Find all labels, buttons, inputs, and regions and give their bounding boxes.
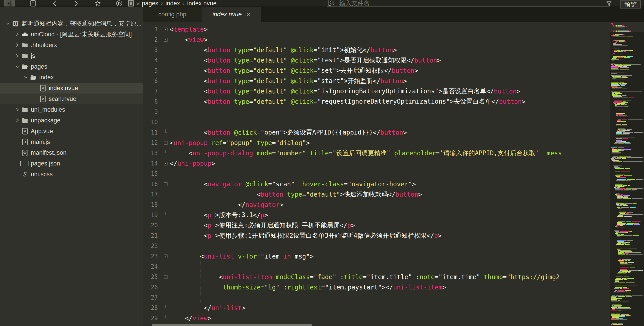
breadcrumb-index-nvue[interactable]: index.nvue — [187, 0, 217, 7]
sidebar-item-manifest.json[interactable]: manifest.json — [0, 147, 143, 158]
sidebar-item-.hbuilderx[interactable]: .hbuilderx — [0, 40, 143, 50]
chevron-right-icon[interactable] — [14, 32, 21, 37]
code-line-19[interactable]: 19└ <p >版本号:3.1</p> — [143, 210, 610, 220]
code-line-10[interactable]: 10 — [143, 117, 610, 127]
code-line-22[interactable]: 22 — [143, 241, 610, 251]
code-line-23[interactable]: 23 <uni-list v-for="item in msg"> — [143, 251, 610, 261]
minimap-line — [626, 221, 631, 221]
preview-button[interactable]: 预览 — [620, 0, 641, 8]
code-line-9[interactable]: 9 — [143, 107, 610, 117]
breadcrumb-pages[interactable]: pages — [142, 0, 158, 7]
filter-icon[interactable] — [605, 0, 613, 7]
folder-icon — [21, 53, 29, 59]
chevron-right-icon[interactable] — [14, 53, 21, 58]
sidebar-item-index.nvue[interactable]: Vindex.nvue — [0, 83, 143, 94]
forward-button[interactable] — [72, 0, 80, 6]
sidebar-item-unicloud---[interactable]: uniCloud - [阿里云:未关联云服务空间] — [0, 29, 143, 40]
run-button[interactable] — [116, 0, 123, 6]
code-line-20[interactable]: 20 <p >使用注意:必须开启通知权限 手机不能黑屏</p> — [143, 220, 610, 230]
sidebar-item-unpackage[interactable]: unpackage — [0, 115, 143, 126]
code-line-3[interactable]: 3 <button type="default" @click="init">初… — [143, 45, 610, 55]
sidebar-item-app.vue[interactable]: VApp.vue — [0, 126, 143, 137]
sidebar-item--...[interactable]: 监听通知栏内容，获取通知栏消息，安卓原... — [0, 18, 143, 29]
chevron-down-icon[interactable] — [22, 75, 30, 80]
save-button[interactable] — [29, 0, 37, 6]
fold-toggle-icon[interactable] — [161, 138, 170, 148]
sidebar-item-js[interactable]: js — [0, 50, 143, 61]
minimap-line — [613, 77, 622, 78]
sidebar-item-pages[interactable]: pages — [0, 61, 143, 72]
sidebar-item-scan.nvue[interactable]: Vscan.nvue — [0, 94, 143, 104]
code-line-11[interactable]: 11└ <button @click="open">必须设置APPID({{ap… — [143, 127, 610, 138]
sidebar-item-uni.scss[interactable]: Suni.scss — [0, 169, 143, 179]
code-editor[interactable]: 1<template>2 <view>3 <button type="defau… — [143, 22, 644, 326]
code-line-5[interactable]: 5 <button type="default" @click="set">去开… — [143, 65, 610, 76]
line-number: 17 — [143, 189, 161, 199]
fold-toggle-icon[interactable] — [161, 158, 170, 168]
code-line-27[interactable]: 27 — [143, 292, 610, 303]
breadcrumb-index[interactable]: index — [166, 0, 180, 7]
sidebar-item-main.js[interactable]: Jmain.js — [0, 137, 143, 147]
minimap-line — [612, 310, 614, 310]
code-line-1[interactable]: 1<template> — [143, 24, 610, 34]
minimap-line — [612, 317, 619, 318]
minimap-line — [619, 261, 624, 262]
fold-toggle-icon[interactable] — [161, 34, 170, 45]
minimap-line — [611, 318, 615, 319]
code-line-15[interactable]: 15 — [143, 168, 610, 179]
favorite-button[interactable] — [94, 0, 102, 6]
minimap-line — [616, 295, 624, 296]
minimap-line — [616, 176, 620, 177]
tab-index-nvue[interactable]: index.nvue × — [202, 7, 261, 22]
code-line-14[interactable]: 14</uni-popup> — [143, 158, 610, 168]
sidebar-item-pages.json[interactable]: [ ]pages.json — [0, 158, 143, 169]
fold-toggle-icon[interactable] — [161, 272, 170, 282]
new-project-button[interactable] — [4, 0, 15, 6]
code-line-4[interactable]: 4 <button type="default" @click="test">是… — [143, 55, 610, 65]
code-line-13[interactable]: 13└ <uni-popup-dialog mode="number" titl… — [143, 148, 610, 158]
minimap-line — [634, 252, 641, 253]
chevron-right-icon[interactable] — [14, 107, 21, 112]
code-line-17[interactable]: 17 <button type="default">快速添加收款码</butto… — [143, 189, 610, 199]
tab-config-php[interactable]: config.php — [143, 7, 202, 22]
minimap-line — [614, 64, 619, 65]
chevron-right-icon[interactable] — [14, 118, 21, 123]
sidebar-item-index[interactable]: index — [0, 72, 143, 83]
code-line-12[interactable]: 12<uni-popup ref="popup" type="dialog"> — [143, 138, 610, 148]
fold-toggle-icon[interactable] — [161, 251, 170, 261]
minimap-line — [623, 81, 628, 81]
minimap-line — [612, 61, 614, 61]
horizontal-scrollbar[interactable] — [152, 324, 312, 326]
code-line-18[interactable]: 18 </navigator> — [143, 199, 610, 210]
file-search-input[interactable]: 输入文件名 — [327, 0, 610, 7]
minimap-line — [612, 94, 614, 95]
code-line-28[interactable]: 28└ </uni-list> — [143, 303, 610, 313]
code-line-2[interactable]: 2 <view> — [143, 34, 610, 45]
code-line-21[interactable]: 21 <p >使用步骤:1开启通知权限2设置白名单3开始监听4微信必须开启通知栏… — [143, 230, 610, 241]
back-button[interactable] — [51, 0, 58, 6]
minimap-line — [614, 288, 619, 289]
chevron-down-icon[interactable] — [4, 21, 12, 26]
chevron-down-icon[interactable] — [14, 64, 21, 69]
code-line-7[interactable]: 7 <button type="default" @click="isIgnor… — [143, 86, 610, 96]
minimap-line — [621, 207, 629, 208]
minimap-line — [624, 175, 632, 175]
code-line-8[interactable]: 8 <button type="default" @click="request… — [143, 96, 610, 107]
code-line-16[interactable]: 16 <navigator @click="scan" hover-class=… — [143, 179, 610, 189]
chevron-right-icon[interactable] — [14, 43, 21, 47]
code-line-24[interactable]: 24 — [143, 261, 610, 272]
close-tab-icon[interactable]: × — [247, 11, 251, 18]
code-line-6[interactable]: 6 <button type="default" @click="start">… — [143, 76, 610, 86]
code-line-26[interactable]: 26 thumb-size="lg" :rightText="item.pays… — [143, 282, 610, 292]
code-line-29[interactable]: 29└ </view> — [143, 313, 610, 323]
sidebar-item-uni_modules[interactable]: uni_modules — [0, 104, 143, 115]
minimap-line — [623, 198, 632, 199]
code-line-25[interactable]: 25 <uni-list-item modeClass="fade" :titl… — [143, 272, 610, 282]
fold-toggle-icon[interactable] — [161, 179, 170, 189]
minimap-line — [626, 283, 634, 283]
minimap[interactable] — [610, 22, 644, 326]
breadcrumb-collapse-icon[interactable]: « — [136, 0, 139, 7]
minimap-line — [611, 315, 620, 316]
fold-toggle-icon[interactable] — [161, 24, 170, 34]
code-lines[interactable]: 1<template>2 <view>3 <button type="defau… — [143, 24, 610, 326]
